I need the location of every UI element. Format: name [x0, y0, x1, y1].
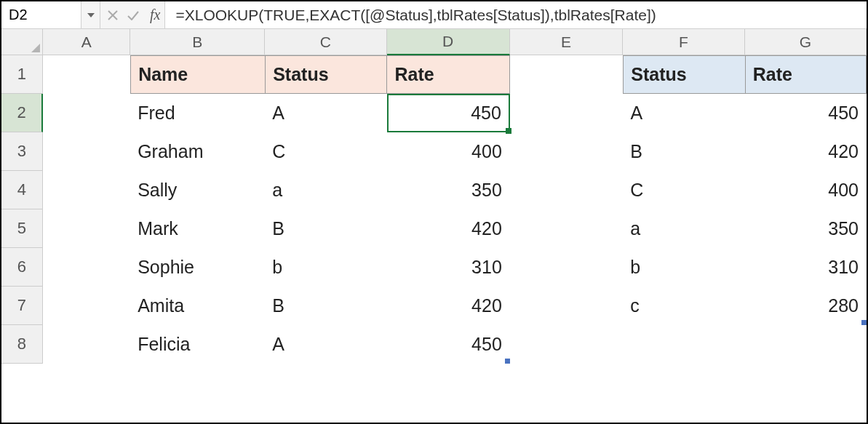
row-7: 7 Amita B 420 c 280: [1, 287, 867, 325]
cell-B8[interactable]: Felicia: [130, 325, 265, 364]
col-header-D[interactable]: D: [387, 29, 510, 55]
cell-G7[interactable]: 280: [745, 287, 867, 325]
cell-A7[interactable]: [43, 287, 130, 325]
table2-header-rate[interactable]: Rate: [745, 55, 867, 94]
cell-A3[interactable]: [43, 132, 130, 171]
cell-A2[interactable]: [43, 94, 130, 132]
fx-button[interactable]: fx: [146, 1, 165, 28]
row-header-1[interactable]: 1: [1, 55, 43, 94]
table2-header-status[interactable]: Status: [623, 55, 744, 94]
table1-header-rate[interactable]: Rate: [386, 55, 509, 94]
col-header-C[interactable]: C: [265, 29, 386, 55]
chevron-down-icon: [87, 13, 95, 17]
formula-input[interactable]: =XLOOKUP(TRUE,EXACT([@Status],tblRates[S…: [165, 1, 867, 28]
cell-E7[interactable]: [510, 287, 624, 325]
cell-D3[interactable]: 400: [387, 132, 510, 171]
cell-D8[interactable]: 450: [387, 325, 510, 364]
cell-E2[interactable]: [510, 94, 624, 132]
row-header-4[interactable]: 4: [1, 171, 43, 209]
cell-G6[interactable]: 310: [745, 248, 867, 287]
cell-G8[interactable]: [745, 325, 867, 364]
cell-F6[interactable]: b: [623, 248, 744, 287]
cell-F5[interactable]: a: [623, 209, 744, 248]
row-4: 4 Sally a 350 C 400: [1, 171, 867, 209]
row-1: 1 Name Status Rate Status Rate: [1, 55, 867, 94]
col-header-F[interactable]: F: [623, 29, 744, 55]
cell-A5[interactable]: [43, 209, 130, 248]
cancel-icon[interactable]: [103, 5, 122, 25]
row-header-5[interactable]: 5: [1, 209, 43, 248]
cell-F8[interactable]: [623, 325, 744, 364]
cell-C3[interactable]: C: [265, 132, 386, 171]
row-header-7[interactable]: 7: [1, 287, 43, 325]
col-header-A[interactable]: A: [43, 29, 130, 55]
cell-E1[interactable]: [510, 55, 624, 94]
cell-B2[interactable]: Fred: [130, 94, 265, 132]
name-box[interactable]: D2: [1, 1, 81, 28]
formula-bar-buttons: [100, 1, 146, 28]
table1-header-status[interactable]: Status: [265, 55, 386, 94]
col-header-B[interactable]: B: [130, 29, 265, 55]
row-header-2[interactable]: 2: [1, 94, 43, 132]
cell-F4[interactable]: C: [623, 171, 744, 209]
enter-icon[interactable]: [124, 5, 143, 25]
cell-C2[interactable]: A: [265, 94, 386, 132]
worksheet: A B C D E F G 1 Name Status Rate Status …: [1, 29, 867, 364]
cell-A8[interactable]: [43, 325, 130, 364]
cell-A4[interactable]: [43, 171, 130, 209]
cell-C8[interactable]: A: [265, 325, 386, 364]
cell-A1[interactable]: [43, 55, 130, 94]
cell-C6[interactable]: b: [265, 248, 386, 287]
row-6: 6 Sophie b 310 b 310: [1, 248, 867, 287]
cell-C7[interactable]: B: [265, 287, 386, 325]
table1-header-name[interactable]: Name: [130, 55, 265, 94]
cell-C4[interactable]: a: [265, 171, 386, 209]
cell-F3[interactable]: B: [623, 132, 744, 171]
row-2: 2 Fred A 450 A 450: [1, 94, 867, 132]
cell-D7[interactable]: 420: [387, 287, 510, 325]
cell-B7[interactable]: Amita: [130, 287, 265, 325]
cell-G4[interactable]: 400: [745, 171, 867, 209]
cell-F2[interactable]: A: [623, 94, 744, 132]
cell-B6[interactable]: Sophie: [130, 248, 265, 287]
cell-E5[interactable]: [510, 209, 624, 248]
name-box-dropdown[interactable]: [81, 1, 100, 28]
formula-bar: D2 fx =XLOOKUP(TRUE,EXACT([@Status],tblR…: [1, 1, 867, 29]
cell-B3[interactable]: Graham: [130, 132, 265, 171]
column-headers: A B C D E F G: [1, 29, 867, 55]
cell-E8[interactable]: [510, 325, 624, 364]
select-all-corner[interactable]: [1, 29, 43, 55]
cell-C5[interactable]: B: [265, 209, 386, 248]
cell-B5[interactable]: Mark: [130, 209, 265, 248]
cell-F7[interactable]: c: [623, 287, 744, 325]
cell-G5[interactable]: 350: [745, 209, 867, 248]
cell-D4[interactable]: 350: [387, 171, 510, 209]
cell-E3[interactable]: [510, 132, 624, 171]
row-header-3[interactable]: 3: [1, 132, 43, 171]
cell-D5[interactable]: 420: [387, 209, 510, 248]
row-header-6[interactable]: 6: [1, 248, 43, 287]
svg-marker-0: [87, 13, 95, 17]
cell-D6[interactable]: 310: [387, 248, 510, 287]
cell-E6[interactable]: [510, 248, 624, 287]
cell-B4[interactable]: Sally: [130, 171, 265, 209]
cell-G3[interactable]: 420: [745, 132, 867, 171]
cell-A6[interactable]: [43, 248, 130, 287]
col-header-G[interactable]: G: [745, 29, 867, 55]
cell-G2[interactable]: 450: [745, 94, 867, 132]
cell-D2-selected[interactable]: 450: [387, 94, 510, 132]
cell-E4[interactable]: [510, 171, 624, 209]
row-8: 8 Felicia A 450: [1, 325, 867, 364]
row-5: 5 Mark B 420 a 350: [1, 209, 867, 248]
row-3: 3 Graham C 400 B 420: [1, 132, 867, 171]
row-header-8[interactable]: 8: [1, 325, 43, 364]
col-header-E[interactable]: E: [510, 29, 624, 55]
